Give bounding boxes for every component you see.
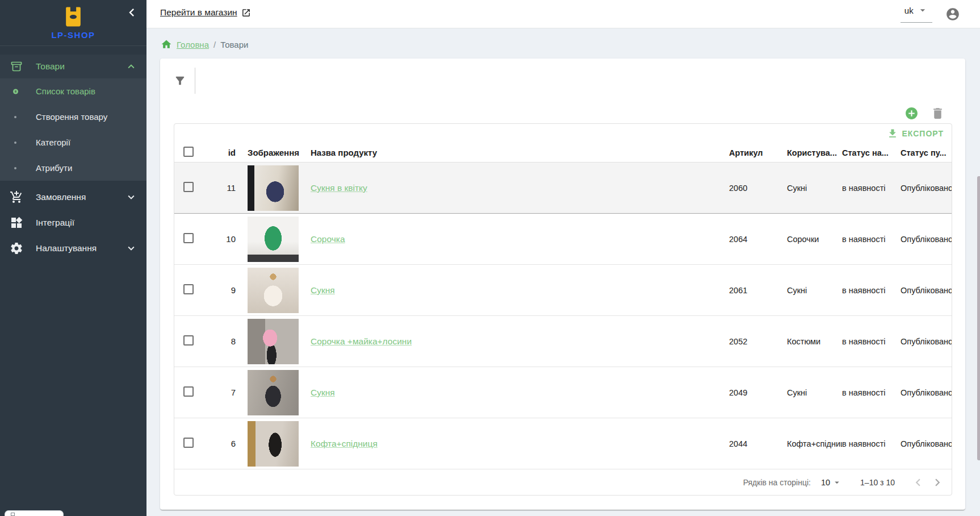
cell-id: 6 — [210, 439, 236, 448]
cell-sku: 2044 — [729, 439, 787, 448]
sidebar-collapse-button[interactable] — [124, 5, 140, 20]
breadcrumb-home-link[interactable]: Головна — [177, 40, 209, 49]
sidebar-item-product-list[interactable]: Список товарів — [0, 78, 146, 104]
cell-stock-status: в наявності — [842, 439, 901, 448]
account-menu-button[interactable] — [945, 7, 960, 22]
plus-circle-icon — [904, 106, 919, 120]
product-image — [248, 319, 299, 364]
products-submenu: Список товарів Створення товару Категорі… — [0, 78, 146, 181]
scrollbar-thumb[interactable] — [977, 176, 980, 460]
shop-bag-icon — [61, 4, 86, 29]
export-button[interactable]: ЕКСПОРТ — [174, 124, 952, 143]
column-header-user: Користува... — [787, 148, 842, 157]
divider — [195, 68, 195, 94]
column-header-stock: Статус на... — [842, 148, 901, 157]
row-checkbox[interactable] — [183, 284, 194, 294]
cell-publish-status: Опубліковано — [901, 286, 952, 295]
breadcrumb-current: Товари — [220, 40, 248, 49]
product-name-link[interactable]: Сукня — [311, 388, 335, 397]
column-header-name: Назва продукту — [311, 148, 729, 157]
product-name-link[interactable]: Сорочка — [311, 234, 345, 244]
go-to-shop-link[interactable]: Перейти в магазин — [160, 7, 251, 18]
product-name-link[interactable]: Кофта+спідниця — [311, 439, 378, 448]
cell-publish-status: Опубліковано — [901, 388, 952, 397]
cell-category: Сукні — [787, 286, 842, 295]
row-checkbox[interactable] — [183, 335, 194, 346]
breadcrumb: Головна / Товари — [161, 37, 248, 52]
table-row: 9 Сукня 2061 Сукні в наявності Опубліков… — [174, 265, 952, 316]
widgets-icon — [10, 216, 23, 230]
product-image — [248, 421, 299, 467]
products-table: ЕКСПОРТ id Зображення Назва продукту Арт… — [174, 123, 952, 496]
row-checkbox[interactable] — [183, 438, 194, 448]
cart-plus-icon — [10, 190, 23, 204]
sidebar-item-settings[interactable]: Налаштування — [0, 235, 146, 261]
cell-publish-status: Опубліковано — [901, 184, 952, 193]
cell-sku: 2049 — [729, 388, 787, 397]
export-label: ЕКСПОРТ — [902, 129, 944, 138]
link-preview-popup — [5, 510, 64, 516]
sidebar-item-orders[interactable]: Замовлення — [0, 184, 146, 210]
popup-icon — [11, 513, 15, 516]
rows-per-page-select[interactable]: 10 — [821, 477, 842, 488]
language-value: uk — [904, 6, 914, 15]
cell-stock-status: в наявності — [842, 337, 901, 346]
sidebar-item-create-product[interactable]: Створення товару — [0, 104, 146, 130]
topbar: Перейти в магазин uk — [146, 0, 980, 28]
cell-publish-status: Опубліковано — [901, 439, 952, 448]
product-name-link[interactable]: Сукня — [311, 285, 335, 295]
row-checkbox[interactable] — [183, 386, 194, 397]
sidebar: LP-SHOP Товари Список товарів Створення … — [0, 0, 146, 516]
delete-selected-button[interactable] — [931, 106, 945, 120]
language-select[interactable]: uk — [901, 5, 932, 23]
filter-icon[interactable] — [174, 74, 186, 87]
cell-sku: 2061 — [729, 286, 787, 295]
product-image — [248, 165, 299, 211]
add-product-button[interactable] — [904, 106, 919, 120]
sidebar-item-label: Інтеграції — [36, 218, 74, 228]
sidebar-item-categories[interactable]: Категорії — [0, 130, 146, 155]
sidebar-root-items: Замовлення Інтеграції Налаштування — [0, 184, 146, 261]
account-icon — [945, 7, 960, 22]
go-to-shop-label: Перейти в магазин — [160, 7, 237, 18]
cell-category: Сукні — [787, 388, 842, 397]
logo: LP-SHOP — [0, 0, 146, 46]
caret-down-icon — [917, 5, 928, 16]
cell-category: Кофта+спідниц — [787, 439, 842, 448]
select-all-checkbox[interactable] — [183, 147, 194, 157]
filter-bar — [160, 59, 965, 103]
row-checkbox[interactable] — [183, 233, 194, 243]
table-row: 10 Сорочка 2064 Сорочки в наявності Опуб… — [174, 214, 952, 265]
previous-page-button[interactable] — [911, 475, 925, 490]
sidebar-item-label: Товари — [36, 61, 65, 72]
cell-id: 7 — [210, 388, 236, 397]
rows-per-page-label: Рядків на сторінці: — [743, 478, 811, 487]
product-name-link[interactable]: Сорочка +майка+лосини — [311, 336, 412, 346]
main-content: Головна / Товари Е — [146, 28, 980, 516]
bullet-icon — [14, 142, 16, 144]
cell-sku: 2060 — [729, 184, 787, 193]
next-page-button[interactable] — [930, 475, 945, 490]
table-row: 11 Сукня в квітку 2060 Сукні в наявності… — [174, 163, 952, 214]
sidebar-item-label: Замовлення — [36, 192, 86, 202]
chevron-down-icon — [125, 242, 137, 255]
sidebar-item-products[interactable]: Товари — [0, 55, 146, 78]
breadcrumb-separator: / — [213, 40, 216, 49]
open-in-new-icon — [241, 8, 251, 18]
cell-stock-status: в наявності — [842, 235, 901, 244]
column-header-image: Зображення — [236, 148, 311, 157]
product-name-link[interactable]: Сукня в квітку — [311, 183, 367, 193]
product-image — [248, 370, 299, 415]
bullet-icon — [14, 116, 16, 118]
gear-icon — [10, 242, 23, 255]
cell-category: Сукні — [787, 184, 842, 193]
bullet-icon — [13, 89, 18, 94]
pagination-range: 1–10 з 10 — [860, 478, 895, 487]
cell-category: Сорочки — [787, 235, 842, 244]
sidebar-item-integrations[interactable]: Інтеграції — [0, 210, 146, 235]
row-checkbox[interactable] — [183, 182, 194, 192]
pagination-nav — [911, 475, 945, 490]
sidebar-item-attributes[interactable]: Атрибути — [0, 155, 146, 181]
pagination: Рядків на сторінці: 10 1–10 з 10 — [174, 469, 952, 495]
cell-id: 9 — [210, 285, 236, 295]
